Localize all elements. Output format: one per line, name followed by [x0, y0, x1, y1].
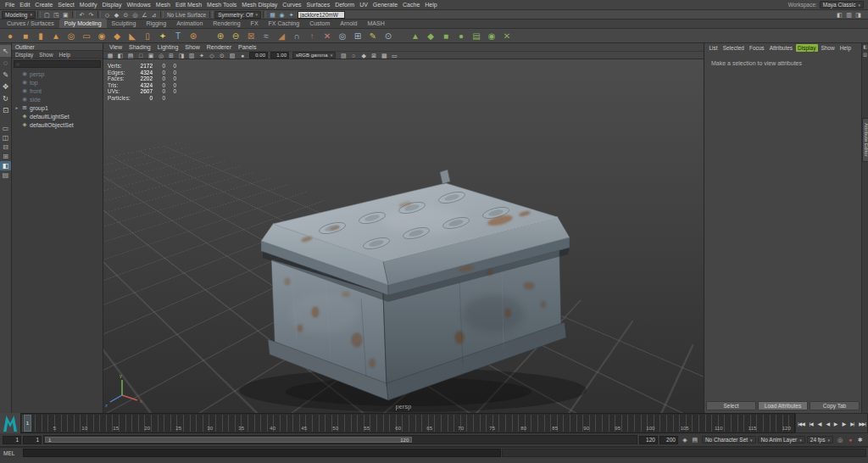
animation-end-field[interactable] [659, 436, 678, 444]
outliner-item-group1[interactable]: ▸⊞group1 [12, 103, 103, 112]
extrude-icon[interactable]: ↑ [304, 30, 320, 42]
layout-single-pane-button[interactable]: ▭ [0, 124, 11, 133]
boolean-icon[interactable]: ⊠ [243, 30, 259, 42]
render-settings-icon[interactable]: ✦ [287, 11, 296, 19]
attribute-editor-menu-item[interactable]: Help [837, 44, 853, 52]
attribute-editor-menu-item[interactable]: Attributes [767, 44, 794, 52]
symmetry-dropdown[interactable]: Symmetry: Off [214, 11, 261, 19]
shelf-tab[interactable]: FX Caching [264, 19, 305, 28]
lock-camera-icon[interactable]: ◧ [115, 52, 125, 59]
move-tool[interactable]: ✥ [0, 81, 11, 92]
attribute-editor-menu-item[interactable]: List [707, 44, 720, 52]
poly-pipe-icon[interactable]: ▯ [140, 30, 155, 42]
menubar-item[interactable]: Select [55, 0, 76, 10]
shelf-tab[interactable]: Arnold [335, 19, 362, 28]
tab-attribute-editor[interactable]: Attribute Editor [862, 118, 868, 162]
viewport-menu-item[interactable]: Show [181, 44, 203, 50]
go-to-end-button[interactable]: ▶▶| [859, 421, 865, 427]
load-attributes-button[interactable]: Load Attributes [758, 401, 808, 410]
shelf-tab[interactable]: Rendering [208, 19, 245, 28]
pan-zoom-icon[interactable]: ◎ [156, 52, 166, 59]
poly-platonic-icon[interactable]: ◆ [109, 30, 125, 42]
outliner-item-defaultLightSet[interactable]: ◈defaultLightSet [12, 112, 103, 120]
poly-pyramid-icon[interactable]: ◣ [125, 30, 140, 42]
outliner-menu-item[interactable]: Display [15, 52, 33, 58]
shelf-tab[interactable]: Curves / Surfaces [2, 19, 59, 28]
anim-layer-dropdown[interactable]: No Anim Layer [758, 436, 805, 443]
multi-cut-icon[interactable]: ✕ [320, 30, 335, 42]
status-divider[interactable] [263, 11, 266, 18]
layout-outliner-persp-button[interactable]: ◧ [0, 161, 11, 170]
exposure-field[interactable] [249, 52, 268, 59]
play-backwards-button[interactable]: ◀ [826, 421, 829, 427]
shelf-green-tool-5-icon[interactable]: ▤ [469, 30, 484, 42]
no-live-surface-label[interactable]: No Live Surface [165, 12, 208, 18]
shelf-green-tool-7-icon[interactable]: ✕ [499, 30, 515, 42]
shelf-tab[interactable]: Animation [171, 19, 208, 28]
shelf-green-tool-1-icon[interactable]: ▲ [408, 30, 423, 42]
isolate-select-icon[interactable]: ▭ [389, 52, 399, 59]
select-camera-icon[interactable]: ▦ [105, 52, 115, 59]
status-divider[interactable] [209, 11, 213, 18]
menubar-item[interactable]: UV [357, 0, 370, 10]
render-icon[interactable]: ▦ [268, 11, 277, 19]
menubar-item[interactable]: Windows [124, 0, 153, 10]
camera-attributes-icon[interactable]: ▤ [125, 52, 136, 59]
playback-options-icon[interactable]: ◎ [835, 435, 845, 444]
ipr-render-icon[interactable]: ◉ [277, 11, 287, 19]
menubar-item[interactable]: Display [99, 0, 124, 10]
outliner-item-defaultObjectSet[interactable]: ◈defaultObjectSet [12, 120, 103, 129]
viewport-canvas[interactable]: x y z Verts:217200Edges:432400Faces:2202… [103, 59, 704, 413]
film-gate-icon[interactable]: ◨ [176, 52, 186, 59]
outliner-item-side[interactable]: ◉side [12, 95, 103, 103]
smooth-icon[interactable]: ≈ [259, 30, 274, 42]
shelf-green-tool-4-icon[interactable]: ● [453, 30, 469, 42]
shelf-green-tool-6-icon[interactable]: ◉ [484, 30, 499, 42]
animation-preferences-icon[interactable]: ✱ [855, 435, 865, 444]
save-scene-icon[interactable]: ▣ [61, 11, 70, 19]
mirror-icon[interactable]: ⊞ [350, 30, 365, 42]
paint-select-tool[interactable]: ✎ [0, 69, 11, 81]
gamma-field[interactable] [270, 52, 289, 59]
attribute-editor-menu-item[interactable]: Focus [747, 44, 766, 52]
snap-curve-icon[interactable]: ◆ [112, 11, 121, 19]
status-divider[interactable] [160, 11, 164, 18]
bookmarks-icon[interactable]: □ [136, 52, 146, 59]
resolution-gate-icon[interactable]: ▥ [186, 52, 197, 59]
gate-mask-icon[interactable]: ✦ [197, 52, 207, 59]
lights-icon[interactable]: ○ [348, 52, 359, 59]
shelf-tab[interactable]: Rigging [141, 19, 171, 28]
image-plane-icon[interactable]: ▣ [146, 52, 156, 59]
shelf-tab[interactable]: Custom [304, 19, 335, 28]
layout-four-panes-button[interactable]: ⊞ [0, 152, 11, 161]
select-button[interactable]: Select [706, 401, 756, 410]
step-forward-frame-button[interactable]: ▶| [850, 421, 854, 427]
shadows-icon[interactable]: ◆ [359, 52, 369, 59]
poly-disc-icon[interactable]: ◉ [94, 30, 109, 42]
safe-title-icon[interactable]: ⊙ [217, 52, 227, 59]
menubar-item[interactable]: Generate [370, 0, 400, 10]
menubar-item[interactable]: Create [32, 0, 55, 10]
outliner-search-input[interactable] [21, 61, 98, 67]
viewport-menu-item[interactable]: Lighting [154, 44, 182, 50]
new-scene-icon[interactable]: ▢ [42, 11, 52, 19]
toggle-tool-settings-icon[interactable]: ▥ [844, 11, 854, 19]
chest-model[interactable]: x y z [103, 59, 704, 413]
menubar-item[interactable]: Mesh [153, 0, 173, 10]
lasso-tool[interactable]: ◌ [0, 57, 11, 69]
attribute-editor-menu-item[interactable]: Display [796, 44, 818, 52]
status-divider[interactable] [72, 11, 75, 18]
time-slider[interactable]: 1510152025303540455055606570758085909510… [20, 413, 795, 433]
play-forwards-button[interactable]: ▶ [834, 421, 837, 427]
status-divider[interactable] [37, 11, 41, 18]
menubar-item[interactable]: Deform [332, 0, 357, 10]
center-pivot-icon[interactable]: ⊙ [381, 30, 396, 42]
snap-point-icon[interactable]: ⊙ [121, 11, 131, 19]
step-back-frame-button[interactable]: |◀ [810, 421, 813, 427]
menubar-item[interactable]: File [3, 0, 17, 10]
viewport-menu-item[interactable]: View [106, 44, 125, 50]
outliner-menu-item[interactable]: Help [59, 52, 70, 58]
playback-end-field[interactable] [639, 436, 658, 444]
range-slider-bar[interactable]: 1 120 [45, 437, 412, 443]
poly-plane-icon[interactable]: ▭ [79, 30, 94, 42]
